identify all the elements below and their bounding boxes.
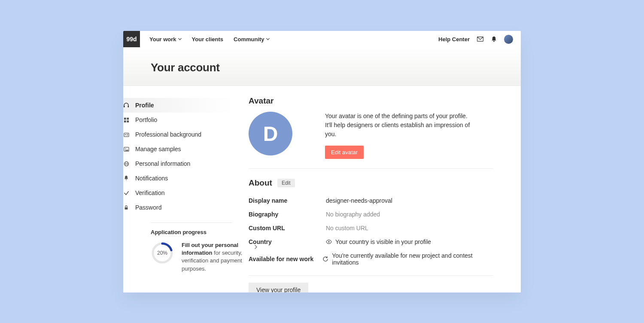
sidebar-item-password[interactable]: Password — [123, 200, 233, 215]
id-icon — [123, 131, 129, 137]
svg-rect-3 — [128, 106, 129, 107]
topbar: 99d Your work Your clients Community Hel… — [123, 31, 521, 47]
svg-point-17 — [126, 179, 127, 180]
svg-point-1 — [493, 40, 495, 42]
refresh-icon — [322, 256, 328, 262]
nav-community-label: Community — [234, 36, 264, 43]
page-body: Profile Portfolio Professional backgroun… — [123, 86, 521, 293]
svg-rect-2 — [124, 106, 125, 107]
field-value: You're currently available for new proje… — [332, 252, 493, 266]
primary-nav: Your work Your clients Community — [149, 36, 438, 43]
bell-icon — [123, 175, 129, 181]
edit-avatar-button[interactable]: Edit avatar — [325, 146, 364, 159]
sidebar-item-label: Password — [135, 204, 161, 211]
grid-icon — [123, 117, 129, 123]
sidebar-item-manage-samples[interactable]: Manage samples — [123, 142, 233, 156]
chevron-right-icon — [254, 243, 258, 247]
avatar: D — [249, 112, 292, 155]
application-progress-title: Application progress — [151, 229, 233, 235]
svg-point-13 — [125, 148, 126, 149]
help-center-link[interactable]: Help Center — [438, 36, 470, 43]
view-profile-button[interactable]: View your profile — [249, 283, 308, 293]
image-icon — [123, 146, 129, 152]
progress-text: Fill out your personal information for s… — [182, 241, 246, 273]
sidebar-item-label: Professional background — [135, 131, 201, 138]
sidebar-item-label: Portfolio — [135, 116, 157, 123]
eye-icon — [326, 239, 332, 245]
field-biography: Biography No biography added — [249, 207, 493, 221]
field-custom-url: Custom URL No custom URL — [249, 221, 493, 235]
edit-about-button[interactable]: Edit — [277, 179, 295, 187]
bell-icon[interactable] — [490, 36, 497, 43]
svg-rect-4 — [124, 117, 126, 119]
sidebar-item-professional-background[interactable]: Professional background — [123, 127, 233, 142]
svg-rect-18 — [125, 207, 128, 209]
topbar-right: Help Center — [438, 35, 521, 44]
globe-icon — [123, 161, 129, 167]
sidebar-list: Profile Portfolio Professional backgroun… — [123, 98, 233, 215]
sidebar-item-label: Profile — [135, 102, 154, 109]
field-value-row: You're currently available for new proje… — [322, 252, 493, 266]
sidebar-item-personal-information[interactable]: Personal information — [123, 156, 233, 171]
about-title-text: About — [249, 178, 272, 188]
page-title: Your account — [151, 61, 521, 74]
svg-point-9 — [125, 134, 125, 135]
field-label: Country — [249, 238, 326, 245]
sidebar-item-label: Notifications — [135, 175, 168, 182]
field-display-name: Display name designer-needs-approval — [249, 194, 493, 207]
about-section-title: About Edit — [249, 178, 493, 188]
svg-rect-6 — [124, 120, 126, 122]
field-value: Your country is visible in your profile — [335, 238, 431, 245]
nav-your-clients-label: Your clients — [192, 36, 223, 43]
avatar-section-title: Avatar — [249, 96, 493, 106]
page-header: Your account — [123, 47, 521, 86]
field-value: No biography added — [326, 211, 380, 218]
field-country: Country Your country is visible in your … — [249, 235, 493, 249]
sidebar-item-profile[interactable]: Profile — [123, 98, 233, 113]
field-value-row: Your country is visible in your profile — [326, 238, 431, 245]
user-avatar-menu[interactable] — [504, 35, 513, 44]
sidebar-item-verification[interactable]: Verification — [123, 186, 233, 200]
avatar-text-column: Your avatar is one of the defining parts… — [325, 112, 471, 159]
progress-ring: 20% — [151, 241, 174, 265]
sidebar-separator — [151, 222, 232, 223]
logo[interactable]: 99d — [123, 31, 140, 48]
field-value: designer-needs-approval — [326, 197, 392, 204]
avatar-description: Your avatar is one of the defining parts… — [325, 112, 471, 139]
nav-your-work[interactable]: Your work — [149, 36, 182, 43]
lock-icon — [123, 204, 129, 210]
svg-rect-7 — [127, 120, 129, 122]
field-label: Available for new work — [249, 256, 322, 262]
progress-percent: 20% — [151, 241, 174, 265]
svg-rect-8 — [124, 133, 128, 136]
sidebar-item-label: Verification — [135, 189, 164, 196]
application-progress-card[interactable]: 20% Fill out your personal information f… — [151, 241, 258, 273]
mail-icon[interactable] — [477, 36, 483, 43]
field-label: Custom URL — [249, 225, 326, 232]
svg-rect-5 — [127, 117, 129, 119]
field-label: Biography — [249, 211, 326, 218]
sidebar-item-label: Manage samples — [135, 146, 181, 152]
chevron-down-icon — [266, 37, 270, 41]
sidebar-item-portfolio[interactable]: Portfolio — [123, 113, 233, 127]
avatar-section: D Your avatar is one of the defining par… — [249, 112, 493, 169]
chevron-down-icon — [178, 37, 182, 41]
field-value: No custom URL — [326, 225, 368, 232]
sidebar-item-label: Personal information — [135, 160, 190, 167]
nav-your-work-label: Your work — [149, 36, 176, 43]
app-window: 99d Your work Your clients Community Hel… — [123, 31, 521, 293]
headphones-icon — [123, 102, 129, 108]
check-icon — [123, 190, 129, 196]
nav-community[interactable]: Community — [234, 36, 270, 43]
main-content: Avatar D Your avatar is one of the defin… — [240, 86, 521, 293]
nav-your-clients[interactable]: Your clients — [192, 36, 223, 43]
field-available: Available for new work You're currently … — [249, 249, 493, 269]
svg-point-21 — [328, 241, 330, 243]
sidebar-item-notifications[interactable]: Notifications — [123, 171, 233, 186]
sidebar: Profile Portfolio Professional backgroun… — [123, 86, 240, 293]
field-label: Display name — [249, 197, 326, 204]
section-separator — [249, 275, 493, 276]
